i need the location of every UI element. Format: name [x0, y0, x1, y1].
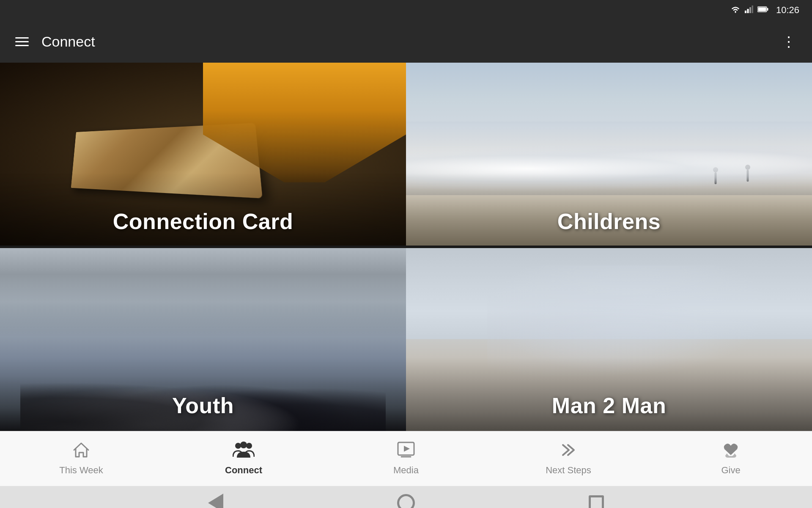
man2man-label: Man 2 Man: [552, 393, 666, 418]
nav-label-give: Give: [721, 465, 740, 476]
signal-icon: [745, 6, 753, 15]
home-button[interactable]: [395, 492, 417, 508]
svg-rect-3: [752, 6, 753, 13]
svg-rect-6: [758, 7, 766, 11]
youth-cell[interactable]: Youth: [0, 247, 406, 431]
svg-rect-0: [745, 11, 746, 13]
nav-item-connect[interactable]: Connect: [206, 437, 282, 480]
status-time: 10:26: [776, 5, 799, 16]
nav-item-this-week[interactable]: This Week: [43, 437, 119, 480]
battery-icon: [757, 6, 768, 15]
nav-item-media[interactable]: Media: [368, 437, 444, 480]
nav-label-connect: Connect: [225, 465, 262, 476]
status-bar: 10:26: [0, 0, 812, 20]
nav-label-next-steps: Next Steps: [546, 465, 591, 476]
svg-rect-2: [749, 7, 751, 13]
recent-button[interactable]: [586, 492, 607, 508]
page-title: Connect: [41, 33, 782, 50]
people-icon: [233, 442, 255, 461]
back-button[interactable]: [205, 492, 226, 508]
connection-card-cell[interactable]: Connection Card: [0, 63, 406, 247]
nav-label-media: Media: [393, 465, 419, 476]
svg-point-9: [240, 442, 247, 448]
connection-card-label-container: Connection Card: [0, 173, 406, 247]
bottom-nav: This Week Connect: [0, 431, 812, 486]
youth-label-container: Youth: [0, 357, 406, 431]
svg-point-7: [235, 443, 241, 449]
connection-card-label: Connection Card: [113, 209, 293, 234]
svg-marker-11: [404, 446, 410, 452]
horizontal-divider: [0, 246, 812, 248]
childrens-cell[interactable]: Childrens: [406, 63, 812, 247]
wifi-icon: [730, 6, 741, 15]
svg-rect-5: [767, 8, 768, 11]
svg-rect-1: [747, 9, 749, 13]
chevrons-right-icon: [560, 442, 577, 461]
man2man-label-container: Man 2 Man: [406, 357, 812, 431]
back-arrow-icon: [208, 494, 223, 508]
hamburger-menu-icon[interactable]: [15, 37, 29, 46]
status-icons: 10:26: [730, 5, 799, 16]
nav-label-this-week: This Week: [59, 465, 103, 476]
man2man-cell[interactable]: Man 2 Man: [406, 247, 812, 431]
childrens-label: Childrens: [557, 209, 661, 234]
youth-label: Youth: [172, 393, 234, 418]
nav-item-next-steps[interactable]: Next Steps: [530, 437, 606, 480]
nav-item-give[interactable]: Give: [693, 437, 769, 480]
childrens-label-container: Childrens: [406, 173, 812, 247]
home-icon: [72, 442, 90, 461]
system-nav: [0, 486, 812, 508]
recent-square-icon: [589, 495, 604, 508]
content-grid-wrapper: Connection Card Childrens Youth: [0, 63, 812, 431]
more-options-icon[interactable]: ⋮: [782, 33, 797, 50]
home-circle-icon: [397, 494, 415, 508]
svg-point-8: [246, 443, 252, 449]
give-heart-icon: [722, 442, 740, 461]
toolbar: Connect ⋮: [0, 20, 812, 63]
play-icon: [397, 442, 415, 461]
